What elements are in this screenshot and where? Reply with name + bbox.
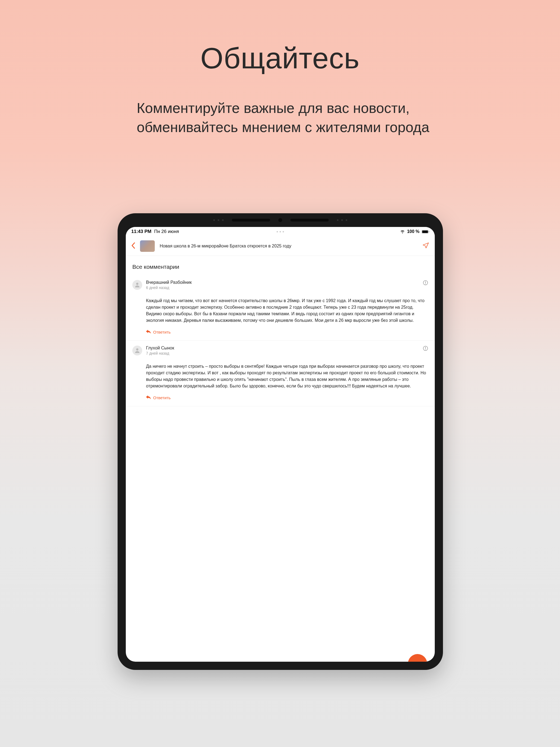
reply-icon: [146, 395, 151, 400]
reply-button[interactable]: Ответить: [146, 395, 428, 400]
promo-title: Общайтесь: [0, 41, 560, 75]
app-screen: 11:43 PM Пн 26 июня 100 % Новая шко: [126, 227, 435, 662]
svg-point-6: [136, 349, 138, 351]
avatar[interactable]: [132, 345, 142, 356]
article-title[interactable]: Новая школа в 26-м микрорайоне Братска о…: [160, 243, 417, 249]
reply-label: Ответить: [153, 330, 171, 334]
comment-timestamp: 6 дней назад: [146, 285, 419, 290]
svg-rect-1: [422, 231, 428, 233]
article-header: Новая школа в 26-м микрорайоне Братска о…: [126, 236, 435, 256]
promo-subtitle: Комментируйте важные для вас новости, об…: [137, 98, 456, 137]
battery-icon: [422, 230, 429, 233]
status-bar: 11:43 PM Пн 26 июня 100 %: [126, 227, 435, 236]
comment-author[interactable]: Глухой Сынок: [146, 345, 419, 351]
comment-author[interactable]: Вчерашний Разбойник: [146, 280, 419, 285]
comment-body: Каждый год мы читаем, что вот вот начнет…: [146, 298, 428, 324]
reply-icon: [146, 330, 151, 334]
back-button[interactable]: [131, 242, 135, 250]
status-time: 11:43 PM: [131, 229, 152, 234]
comment-more-icon[interactable]: [423, 345, 428, 352]
svg-point-9: [425, 349, 426, 350]
tablet-notch: [213, 218, 347, 222]
status-date: Пн 26 июня: [154, 229, 179, 234]
comment-timestamp: 7 дней назад: [146, 351, 419, 356]
tablet-frame: 11:43 PM Пн 26 июня 100 % Новая шко: [118, 213, 443, 670]
send-icon[interactable]: [422, 242, 429, 250]
comment-body: Да ничего не начнут строить – просто выб…: [146, 363, 428, 389]
comments-section-title: Все комментарии: [126, 256, 435, 275]
comment-more-icon[interactable]: [423, 280, 428, 287]
battery-label: 100 %: [407, 229, 419, 234]
svg-point-5: [425, 284, 426, 284]
reply-label: Ответить: [153, 395, 171, 400]
article-thumbnail[interactable]: [140, 240, 155, 252]
comment-item: Глухой Сынок 7 дней назад Да ничего не н…: [126, 341, 435, 406]
svg-point-2: [136, 283, 138, 285]
reply-button[interactable]: Ответить: [146, 330, 428, 334]
status-page-dots: [277, 231, 284, 232]
compose-fab[interactable]: [408, 654, 427, 662]
wifi-icon: [400, 230, 405, 233]
avatar[interactable]: [132, 280, 142, 290]
comment-item: Вчерашний Разбойник 6 дней назад Каждый …: [126, 275, 435, 341]
